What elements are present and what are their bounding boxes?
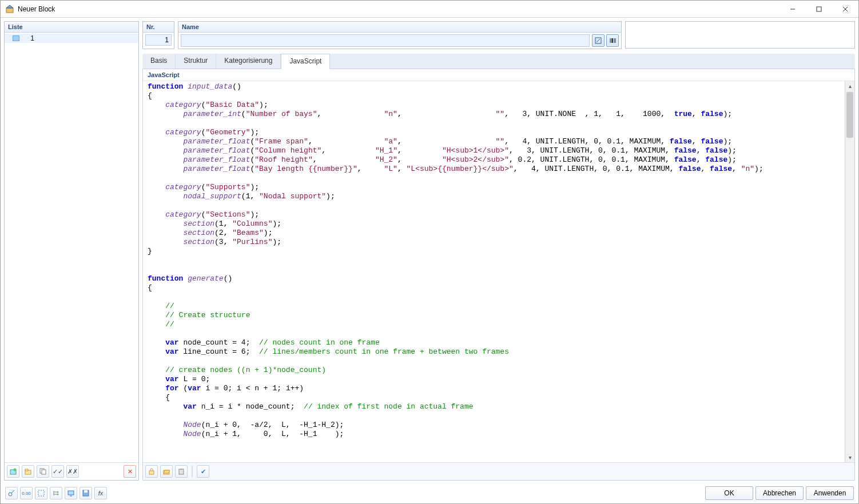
list-tree[interactable]: 1: [5, 33, 138, 462]
preview-box: [625, 21, 855, 49]
svg-rect-32: [68, 491, 74, 495]
apply-button[interactable]: Anwenden: [806, 486, 854, 500]
list-item[interactable]: 1: [5, 34, 138, 43]
app-icon: [5, 5, 14, 14]
fx-icon[interactable]: fx: [94, 487, 107, 499]
list-color-swatch: [13, 35, 19, 41]
new-folder-icon[interactable]: [22, 465, 34, 478]
tree-icon[interactable]: [50, 487, 62, 499]
svg-rect-11: [42, 470, 46, 474]
tabs-row: Basis Struktur Kategorisierung JavaScrip…: [142, 54, 855, 69]
svg-rect-9: [25, 469, 28, 471]
monitor-icon[interactable]: [65, 487, 77, 499]
maximize-button[interactable]: [806, 1, 832, 18]
titlebar: Neuer Block: [1, 1, 858, 18]
ok-button[interactable]: OK: [705, 486, 753, 500]
editor-scroll[interactable]: function input_data() { category("Basic …: [143, 81, 854, 462]
fields-row: Nr. Name: [142, 21, 855, 49]
check-all-icon[interactable]: ✓✓: [51, 465, 64, 478]
tab-basis[interactable]: Basis: [142, 54, 176, 69]
svg-rect-19: [149, 471, 154, 474]
nr-label: Nr.: [143, 22, 174, 33]
svg-rect-35: [84, 490, 88, 493]
edit-name-icon[interactable]: [592, 34, 605, 47]
barcode-icon[interactable]: [606, 34, 619, 47]
svg-rect-23: [180, 469, 182, 470]
close-button[interactable]: [832, 1, 858, 18]
name-field: Name: [178, 21, 622, 49]
list-item-num: 1: [23, 34, 34, 42]
left-header: Liste: [5, 22, 138, 33]
svg-point-30: [57, 491, 59, 493]
minimize-button[interactable]: [780, 1, 806, 18]
main-area: Liste 1 ✓✓ ✗✗ ✕: [4, 21, 855, 481]
editor-toolbar: ✔: [143, 462, 854, 480]
cancel-button[interactable]: Abbrechen: [755, 486, 804, 500]
editor-wrap: JavaScript function input_data() { categ…: [142, 69, 855, 481]
paste-icon[interactable]: [175, 465, 188, 478]
name-input[interactable]: [181, 34, 590, 47]
left-panel: Liste 1 ✓✓ ✗✗ ✕: [4, 21, 139, 481]
window-title: Neuer Block: [18, 5, 780, 13]
tab-struktur[interactable]: Struktur: [176, 54, 216, 69]
right-panel: Nr. Name: [142, 21, 855, 481]
tab-javascript[interactable]: JavaScript: [281, 54, 330, 69]
nr-input[interactable]: [145, 34, 172, 46]
check-icon[interactable]: ✔: [197, 465, 209, 478]
svg-line-13: [596, 39, 600, 42]
lock-icon[interactable]: [145, 465, 158, 478]
scroll-up-icon[interactable]: ▴: [845, 81, 855, 91]
svg-point-7: [14, 469, 17, 471]
tab-kategorisierung[interactable]: Kategorisierung: [216, 54, 281, 69]
left-toolbar: ✓✓ ✗✗ ✕: [5, 462, 138, 480]
svg-point-31: [57, 494, 59, 495]
save-icon[interactable]: [79, 487, 92, 499]
scroll-thumb[interactable]: [846, 92, 853, 138]
name-label: Name: [178, 22, 621, 33]
delete-icon[interactable]: ✕: [124, 465, 136, 478]
uncheck-all-icon[interactable]: ✗✗: [66, 465, 79, 478]
key-icon[interactable]: [5, 487, 18, 499]
copy-icon[interactable]: [37, 465, 49, 478]
window-buttons: [780, 1, 858, 18]
svg-rect-0: [6, 8, 13, 13]
svg-marker-21: [164, 470, 170, 473]
new-icon[interactable]: [7, 465, 19, 478]
app-window: Neuer Block Liste 1: [0, 0, 859, 504]
svg-rect-3: [817, 7, 821, 11]
svg-line-25: [11, 490, 14, 493]
svg-rect-26: [38, 490, 44, 496]
svg-marker-1: [6, 5, 13, 8]
nr-field: Nr.: [142, 21, 174, 49]
svg-rect-22: [179, 469, 184, 474]
scroll-down-icon[interactable]: ▾: [845, 453, 855, 462]
window-body: Liste 1 ✓✓ ✗✗ ✕: [1, 18, 858, 503]
selection-icon[interactable]: [35, 487, 47, 499]
vertical-scrollbar[interactable]: ▴ ▾: [845, 81, 854, 462]
code-editor[interactable]: function input_data() { category("Basic …: [143, 81, 854, 443]
bottom-toolbar: 0.00 fx OK Abbrechen Anwenden: [4, 484, 855, 501]
editor-header: JavaScript: [143, 69, 854, 81]
open-icon[interactable]: [160, 465, 173, 478]
units-icon[interactable]: 0.00: [20, 487, 33, 499]
